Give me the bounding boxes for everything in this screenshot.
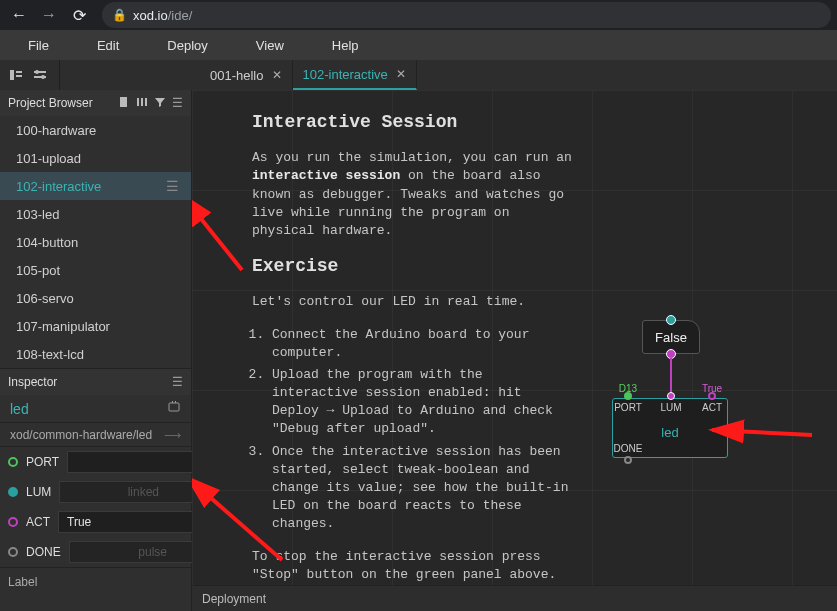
menu-help[interactable]: Help [308, 30, 383, 60]
inspector-header: Inspector ☰ [0, 369, 191, 395]
inspector-node-name: led [0, 395, 191, 423]
pin-row-lum: LUM [0, 477, 191, 507]
pin-row-done: DONE [0, 537, 191, 567]
pin-done[interactable]: DONE [613, 443, 643, 459]
tab-102-interactive[interactable]: 102-interactive ✕ [293, 60, 417, 90]
pin-port[interactable]: PORT [613, 397, 643, 413]
svg-rect-12 [172, 401, 173, 403]
pin-label: LUM [26, 485, 51, 499]
svg-rect-13 [175, 401, 176, 403]
lock-icon: 🔒 [112, 8, 127, 22]
doc-p2: Let's control our LED in real time. [252, 293, 572, 311]
link-icon[interactable]: ⟶ [164, 428, 181, 442]
editor-center: Interactive Session As you run the simul… [192, 90, 837, 611]
svg-point-6 [41, 75, 45, 79]
tree-item-100-hardware[interactable]: 100-hardware [0, 116, 191, 144]
url-bar[interactable]: 🔒 xod.io/ide/ [102, 2, 831, 28]
doc-h1: Interactive Session [252, 110, 572, 135]
pin-dot-icon [8, 487, 18, 497]
editor-tabs: 001-hello ✕ 102-interactive ✕ [60, 60, 417, 90]
inspector-panel: Inspector ☰ led xod/common-hardware/led … [0, 368, 191, 595]
tab-001-hello[interactable]: 001-hello ✕ [200, 60, 293, 90]
pin-act[interactable]: ACT [697, 397, 727, 413]
svg-rect-7 [120, 97, 127, 107]
browser-chrome: ← → ⟳ 🔒 xod.io/ide/ [0, 0, 837, 30]
menu-edit[interactable]: Edit [73, 30, 143, 60]
svg-rect-1 [16, 71, 22, 73]
menu-icon[interactable]: ☰ [172, 375, 183, 389]
pin-dot-icon [8, 547, 18, 557]
node-label: False [655, 330, 687, 345]
back-button[interactable]: ← [6, 2, 32, 28]
node-led[interactable]: D13 True PORT LUM ACT led DONE [612, 398, 728, 458]
doc-content: Interactive Session As you run the simul… [252, 110, 572, 585]
item-menu-icon[interactable]: ☰ [166, 178, 179, 194]
reload-button[interactable]: ⟳ [66, 2, 92, 28]
deployment-label: Deployment [202, 592, 266, 606]
doc-p1: As you run the simulation, you can run a… [252, 149, 572, 240]
node-tweak-boolean[interactable]: False [642, 320, 700, 354]
pin-label: PORT [26, 455, 59, 469]
forward-button[interactable]: → [36, 2, 62, 28]
deployment-bar[interactable]: Deployment [192, 585, 837, 611]
doc-step-1: Connect the Arduino board to your comput… [272, 326, 572, 362]
close-icon[interactable]: ✕ [396, 67, 406, 81]
tree-item-107-manipulator[interactable]: 107-manipulator [0, 312, 191, 340]
tree-item-108-text-lcd[interactable]: 108-text-lcd [0, 340, 191, 368]
svg-rect-0 [10, 70, 14, 80]
url-text: xod.io/ide/ [133, 8, 192, 23]
tab-label: 102-interactive [303, 67, 388, 82]
menu-view[interactable]: View [232, 30, 308, 60]
doc-step-3: Once the interactive session has been st… [272, 443, 572, 534]
doc-steps: Connect the Arduino board to your comput… [252, 326, 572, 534]
project-browser-header: Project Browser ☰ [0, 90, 191, 116]
project-browser-title: Project Browser [8, 96, 93, 110]
tree-item-105-pot[interactable]: 105-pot [0, 256, 191, 284]
svg-rect-8 [137, 98, 139, 106]
tree-item-102-interactive[interactable]: 102-interactive ☰ [0, 172, 191, 200]
panel-toggle-left-icon[interactable] [6, 65, 26, 85]
svg-rect-10 [145, 98, 147, 106]
inspector-label-row: Label [0, 567, 191, 595]
menu-file[interactable]: File [4, 30, 73, 60]
svg-rect-2 [16, 75, 22, 77]
doc-step-2: Upload the program with the interactive … [272, 366, 572, 439]
inspector-node-path: xod/common-hardware/led ⟶ [0, 423, 191, 447]
svg-rect-11 [169, 403, 179, 411]
doc-p3: To stop the interactive session press "S… [252, 548, 572, 585]
sidebar: Project Browser ☰ 100-hardware 101-uploa… [0, 90, 192, 611]
node-label: led [613, 425, 727, 440]
tree-item-106-servo[interactable]: 106-servo [0, 284, 191, 312]
project-tree: 100-hardware 101-upload 102-interactive … [0, 116, 191, 368]
settings-icon[interactable] [30, 65, 50, 85]
doc-h2: Exercise [252, 254, 572, 279]
filter-icon[interactable] [154, 96, 166, 111]
pin-lum[interactable]: LUM [656, 397, 686, 413]
menu-bar: File Edit Deploy View Help [0, 30, 837, 60]
tree-item-103-led[interactable]: 103-led [0, 200, 191, 228]
patch-canvas[interactable]: Interactive Session As you run the simul… [192, 90, 837, 585]
tree-item-104-button[interactable]: 104-button [0, 228, 191, 256]
close-icon[interactable]: ✕ [272, 68, 282, 82]
tree-item-101-upload[interactable]: 101-upload [0, 144, 191, 172]
menu-icon[interactable]: ☰ [172, 96, 183, 111]
menu-deploy[interactable]: Deploy [143, 30, 231, 60]
tab-label: 001-hello [210, 68, 264, 83]
pin-label: ACT [26, 515, 50, 529]
new-file-icon[interactable] [118, 96, 130, 111]
svg-point-5 [35, 70, 39, 74]
pin-row-port: PORT [0, 447, 191, 477]
svg-rect-9 [141, 98, 143, 106]
svg-line-14 [192, 195, 242, 270]
pin-dot-icon [8, 517, 18, 527]
toolbar-row: 001-hello ✕ 102-interactive ✕ [0, 60, 837, 90]
pin-label: DONE [26, 545, 61, 559]
node-type-icon [167, 400, 181, 417]
pin-row-act: ACT [0, 507, 191, 537]
columns-icon[interactable] [136, 96, 148, 111]
pin-dot-icon [8, 457, 18, 467]
